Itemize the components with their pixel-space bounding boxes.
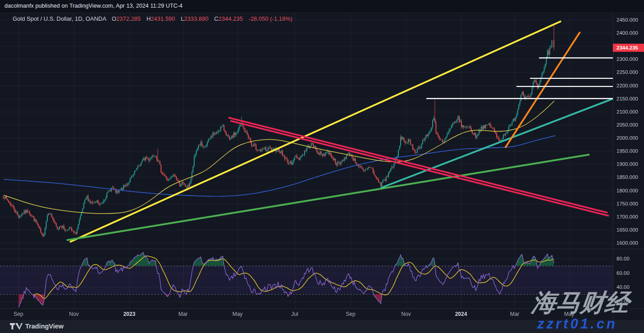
open-label: O (112, 15, 116, 22)
high-label: H (146, 15, 151, 22)
time-tick: Nov (69, 311, 78, 317)
publish-header: dacolmanfx published on TradingView.com,… (0, 0, 644, 13)
footer-brand[interactable]: TradingView (25, 323, 64, 330)
price-axis[interactable]: 2450.0002400.0002300.0002250.0002200.000… (613, 13, 644, 320)
price-tick: 1600.000 (617, 240, 638, 246)
symbol-title[interactable]: Gold Spot / U.S. Dollar, 1D, OANDA (13, 15, 106, 22)
price-tick: 1950.000 (617, 148, 638, 154)
main-price-pane[interactable] (0, 13, 613, 249)
price-tick: 2000.000 (617, 135, 638, 141)
price-tick: 2250.000 (617, 69, 638, 75)
price-tick: 2050.000 (617, 122, 638, 128)
close-value: 2344.235 (219, 15, 243, 22)
symbol-legend[interactable]: Gold Spot / U.S. Dollar, 1D, OANDA O2372… (13, 15, 292, 22)
tradingview-logo-icon[interactable] (10, 323, 23, 330)
price-tick: 1850.000 (617, 174, 638, 180)
time-tick: Sep (14, 311, 23, 317)
price-tick: 1650.000 (617, 227, 638, 233)
rsi-indicator-pane[interactable] (0, 249, 613, 308)
high-value: 2431.590 (151, 15, 175, 22)
price-tick: 2200.000 (617, 83, 638, 88)
time-tick: 2023 (123, 311, 136, 317)
time-tick: Mar (178, 311, 188, 317)
rsi-tick: 80.00 (617, 256, 630, 261)
price-tick: 1750.000 (617, 201, 638, 206)
price-tick: 2400.000 (617, 30, 638, 36)
rsi-tick: 60.00 (617, 270, 630, 276)
close-label: C (214, 15, 218, 22)
open-value: 2372.285 (116, 15, 141, 22)
watermark-chinese: 海马财经 (530, 287, 644, 319)
price-tick: 1900.000 (617, 161, 638, 167)
price-tick: 1700.000 (617, 214, 638, 219)
price-tick: 2450.000 (617, 17, 638, 23)
tradingview-snapshot: dacolmanfx published on TradingView.com,… (0, 0, 644, 333)
time-tick: Mar (510, 311, 520, 317)
low-value: 2333.880 (184, 15, 208, 22)
time-tick: Jul (291, 311, 298, 317)
watermark-url: zzrt01.cn (537, 316, 617, 332)
publish-header-text: dacolmanfx published on TradingView.com,… (5, 3, 183, 9)
time-tick: Sep (346, 311, 355, 317)
time-axis[interactable]: SepNov2023MarMayJulSepNov2024MarMay (0, 308, 613, 320)
time-tick: Nov (401, 311, 411, 317)
price-tick: 2300.000 (617, 56, 638, 62)
time-tick: 2024 (455, 311, 467, 317)
last-price-tag: 2344.235 (613, 44, 644, 52)
price-tick: 2150.000 (617, 96, 638, 101)
price-tick: 2100.000 (617, 109, 638, 114)
change-value: -28.050 (-1.18%) (249, 15, 293, 22)
price-tick: 1800.000 (617, 188, 638, 193)
time-tick: May (233, 311, 243, 317)
